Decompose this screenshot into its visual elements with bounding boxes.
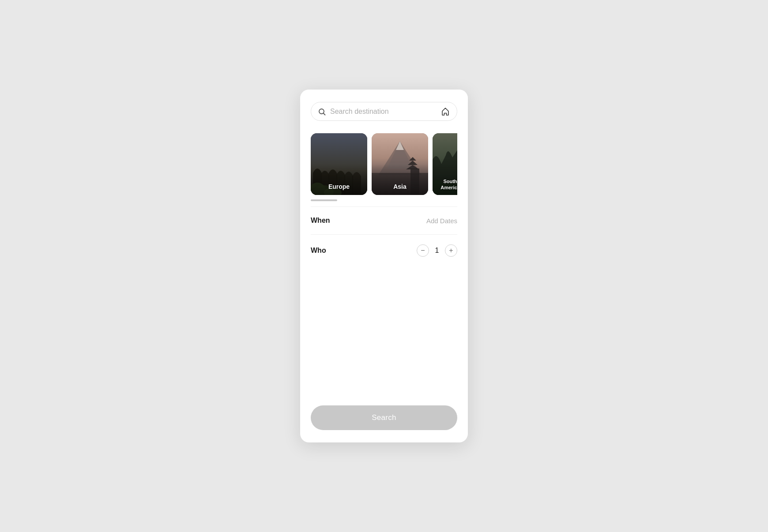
search-bar[interactable]: Search destination (311, 102, 457, 121)
search-button[interactable]: Search (311, 405, 457, 430)
bottom-section: Search (300, 398, 468, 442)
when-label: When (311, 217, 330, 225)
when-value: Add Dates (426, 217, 457, 225)
increment-button[interactable]: + (445, 244, 457, 257)
search-bar-left: Search destination (318, 107, 389, 115)
who-row: Who − 1 + (311, 235, 457, 266)
search-icon (318, 107, 326, 115)
destinations-section: Europe (300, 128, 468, 195)
scroll-bar (311, 199, 337, 201)
form-section: When Add Dates Who − 1 + (300, 207, 468, 398)
svg-line-1 (324, 113, 325, 115)
counter-value: 1 (434, 247, 440, 255)
asia-label: Asia (372, 183, 428, 191)
decrement-icon: − (421, 247, 425, 254)
decrement-button[interactable]: − (417, 244, 429, 257)
who-label: Who (311, 247, 326, 255)
search-section: Search destination (300, 90, 468, 128)
scroll-indicator (300, 195, 468, 201)
europe-label: Europe (311, 183, 367, 191)
destination-south-america[interactable]: SouthAmerica (433, 133, 457, 195)
destination-asia[interactable]: Asia (372, 133, 428, 195)
counter-group: − 1 + (417, 244, 457, 257)
south-america-label: SouthAmerica (433, 178, 457, 191)
destinations-row: Europe (311, 133, 457, 195)
when-row[interactable]: When Add Dates (311, 207, 457, 235)
increment-icon: + (449, 247, 453, 254)
search-placeholder: Search destination (330, 108, 389, 116)
home-icon[interactable] (441, 107, 450, 116)
destination-europe[interactable]: Europe (311, 133, 367, 195)
main-card: Search destination (300, 90, 468, 442)
